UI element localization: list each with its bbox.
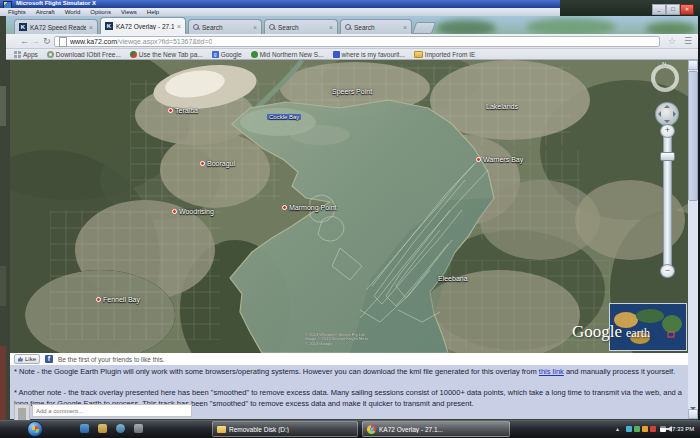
scrollbar-thumb[interactable] <box>688 71 698 201</box>
tray-icon-red[interactable] <box>650 426 656 432</box>
map-label-cockle-bay-selected[interactable]: Cockle Bay <box>267 114 301 120</box>
move-joystick[interactable] <box>655 102 679 126</box>
map-label-booragul: Booragul <box>200 160 235 167</box>
bookmark-download-iobit[interactable]: Download IObit Free... <box>47 51 121 58</box>
comment-input[interactable] <box>32 404 192 417</box>
bookmark-apps[interactable]: Apps <box>14 51 38 58</box>
placemark-icon[interactable] <box>476 157 481 162</box>
scroll-up-button[interactable] <box>688 60 698 70</box>
placemark-icon[interactable] <box>96 297 101 302</box>
arrow-right-icon <box>673 111 676 117</box>
bookmark-where-favourite[interactable]: where is my favourit... <box>333 51 405 58</box>
taskbar-button-removable-disk[interactable]: Removable Disk (D:) <box>212 421 358 437</box>
scroll-down-button[interactable] <box>688 409 698 419</box>
tab-search-2[interactable]: Search × <box>264 19 338 34</box>
fsx-menu-world[interactable]: World <box>65 9 81 15</box>
taskbar-button-ka72-overlay[interactable]: KA72 Overlay - 27.1... <box>362 421 510 437</box>
blue-site-icon <box>333 51 340 58</box>
tab-ka72-speed-reader[interactable]: K KA72 Speed Reader (Free) × <box>14 19 98 34</box>
placemark-icon[interactable] <box>168 108 173 113</box>
map-label-speers-point: Speers Point <box>332 88 372 95</box>
start-button[interactable] <box>27 421 43 437</box>
like-status-text: Be the first of your friends to like thi… <box>58 356 165 363</box>
tray-icon-green[interactable] <box>634 426 640 432</box>
fsx-menu-flights[interactable]: Flights <box>8 9 26 15</box>
internet-explorer-icon[interactable] <box>80 424 89 433</box>
bookmarks-bar: Apps Download IObit Free... Use the New … <box>6 49 698 60</box>
minimize-button[interactable]: _ <box>652 4 666 15</box>
placemark-icon[interactable] <box>172 209 177 214</box>
windows-flag-icon <box>32 426 39 433</box>
kml-download-link[interactable]: this link <box>539 367 564 376</box>
comment-avatar <box>14 404 30 421</box>
tab-close-icon[interactable]: × <box>89 24 93 31</box>
fsx-menubar: Flights Aircraft World Options Views Hel… <box>0 8 560 16</box>
address-bar[interactable]: www.ka72.com/viewge.aspx?fid=51367&tid=0 <box>54 36 660 47</box>
bookmark-new-tab-page[interactable]: Use the New Tab pa... <box>130 51 203 58</box>
arrow-left-icon <box>658 111 661 117</box>
tray-icon-blue[interactable] <box>626 426 632 432</box>
tab-close-icon[interactable]: × <box>329 24 333 31</box>
bookmark-google[interactable]: gGoogle <box>212 51 242 58</box>
reload-icon[interactable]: ↻ <box>43 35 51 48</box>
fsx-menu-options[interactable]: Options <box>90 9 111 15</box>
tab-label: Search <box>354 24 400 31</box>
zoom-slider-handle[interactable] <box>660 152 675 161</box>
zoom-out-button[interactable]: − <box>660 264 675 278</box>
explorer-folder-icon[interactable] <box>98 424 107 433</box>
chrome-icon <box>367 425 376 434</box>
bookmark-star-icon[interactable]: ☆ <box>668 36 676 46</box>
tab-close-icon[interactable]: × <box>403 24 407 31</box>
glass-blur <box>436 20 496 34</box>
north-indicator[interactable]: N <box>662 61 666 67</box>
taskbar-clock[interactable]: 7:33 PM <box>672 426 694 432</box>
tab-search-3[interactable]: Search × <box>340 19 412 34</box>
folder-icon <box>217 426 226 433</box>
thumbs-up-icon <box>18 357 23 362</box>
satellite-imagery <box>10 60 688 353</box>
placemark-icon[interactable] <box>282 205 287 210</box>
tab-search-1[interactable]: Search × <box>188 19 262 34</box>
look-ring-control[interactable] <box>651 64 679 92</box>
forward-icon[interactable]: → <box>31 35 40 48</box>
tab-close-icon[interactable]: × <box>253 24 257 31</box>
new-tab-button[interactable] <box>412 22 436 34</box>
zoom-slider-track[interactable] <box>663 128 672 275</box>
browser-menu-icon[interactable]: ☰ <box>684 36 692 46</box>
tab-ka72-overlay-active[interactable]: K KA72 Overlay - 27.1km at × <box>100 17 186 34</box>
tab-close-icon[interactable]: × <box>177 23 181 30</box>
search-icon <box>193 24 199 30</box>
url-host: www.ka72.com <box>70 38 117 45</box>
facebook-bar: Like f Be the first of your friends to l… <box>10 353 688 365</box>
map-label-lakelands: Lakelands <box>486 103 518 110</box>
tray-expand-icon[interactable]: ▴ <box>616 425 619 432</box>
google-earth-logo: Google earth <box>572 322 650 342</box>
quick-launch-icon[interactable] <box>134 424 143 433</box>
map-credits: © 2013 Whereis® Sensis Pty Ltd Image © 2… <box>305 333 368 346</box>
back-icon[interactable]: ← <box>20 35 29 48</box>
map-label-eleebana: Eleebana <box>438 275 468 282</box>
google-icon: g <box>212 51 219 58</box>
glass-blur <box>526 18 616 34</box>
google-earth-map[interactable]: Speers Point Lakelands Teralba Cockle Ba… <box>10 60 688 353</box>
url-path: /viewge.aspx?fid=51367&tid=0 <box>117 38 212 45</box>
like-button[interactable]: Like <box>14 354 40 364</box>
bookmark-imported-from-ie[interactable]: Imported From IE <box>414 50 476 58</box>
tab-label: KA72 Speed Reader (Free) <box>30 24 86 31</box>
network-icon[interactable] <box>660 426 666 432</box>
media-player-icon[interactable] <box>116 424 125 433</box>
map-label-warners-bay: Warners Bay <box>476 156 523 163</box>
fsx-menu-aircraft[interactable]: Aircraft <box>36 9 55 15</box>
bookmark-mid-northern[interactable]: Mid Northern New S... <box>251 51 324 58</box>
zoom-in-button[interactable]: + <box>660 124 675 138</box>
fsx-menu-help[interactable]: Help <box>147 9 159 15</box>
tab-label: Search <box>278 24 326 31</box>
ka72-favicon: K <box>19 23 27 31</box>
maximize-button[interactable]: □ <box>666 4 680 15</box>
fsx-menu-views[interactable]: Views <box>121 9 137 15</box>
arrow-down-icon <box>664 120 670 123</box>
tray-icon-orange[interactable] <box>642 426 648 432</box>
url-text: www.ka72.com/viewge.aspx?fid=51367&tid=0 <box>70 38 212 45</box>
placemark-icon[interactable] <box>200 161 205 166</box>
close-button[interactable]: × <box>680 4 694 15</box>
